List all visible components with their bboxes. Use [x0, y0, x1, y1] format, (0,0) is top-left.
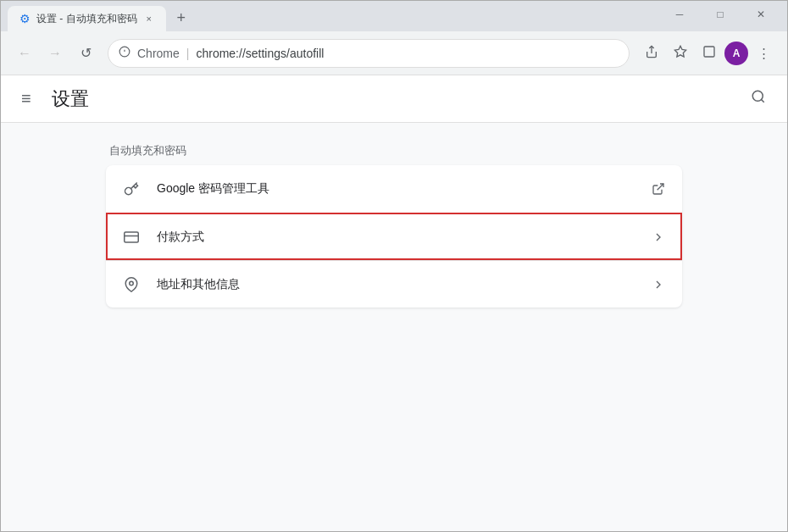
credit-card-icon [123, 229, 140, 246]
address-chevron-icon [652, 278, 665, 291]
settings-card: Google 密码管理工具 [106, 165, 682, 308]
profile-button[interactable]: A [724, 42, 748, 65]
address-actions: A ⋮ [638, 40, 777, 67]
menu-icon[interactable]: ≡ [14, 82, 38, 115]
settings-container: 自动填充和密码 Google 密码管理工具 [106, 143, 682, 511]
share-icon [645, 45, 658, 61]
bookmark-icon [674, 45, 687, 61]
passwords-label: Google 密码管理工具 [157, 181, 635, 197]
url-separator: | [186, 47, 190, 60]
new-tab-button[interactable]: + [169, 6, 193, 30]
svg-line-8 [658, 184, 663, 190]
tab-title: 设置 - 自动填充和密码 [36, 12, 137, 26]
svg-marker-4 [674, 46, 685, 57]
key-icon [123, 180, 140, 197]
more-icon: ⋮ [757, 46, 770, 61]
svg-rect-5 [704, 47, 714, 57]
forward-icon: → [48, 46, 62, 61]
svg-point-11 [130, 281, 134, 285]
address-bar: ← → ↺ Chrome | chrome://settings/autofil… [1, 31, 787, 75]
url-path: chrome://settings/autofill [196, 47, 324, 60]
svg-line-7 [761, 99, 763, 102]
external-link-icon [652, 182, 665, 196]
url-bar[interactable]: Chrome | chrome://settings/autofill [108, 39, 630, 68]
tab-favicon: ⚙ [18, 12, 31, 25]
extensions-icon [702, 45, 716, 61]
bookmark-button[interactable] [667, 40, 694, 67]
browser-window: ⚙ 设置 - 自动填充和密码 × + ─ □ ✕ ← → ↺ [0, 0, 788, 532]
window-controls: ─ □ ✕ [660, 3, 780, 26]
maximize-button[interactable]: □ [701, 3, 740, 26]
payment-item[interactable]: 付款方式 [106, 213, 682, 260]
page-title: 设置 [52, 86, 730, 112]
extensions-button[interactable] [696, 40, 723, 67]
payment-chevron-icon [652, 230, 665, 244]
more-button[interactable]: ⋮ [750, 40, 777, 67]
location-icon [123, 276, 140, 293]
minimize-icon: ─ [676, 8, 684, 20]
address-label: 地址和其他信息 [157, 277, 635, 292]
forward-button[interactable]: → [42, 40, 69, 67]
secure-icon [119, 46, 130, 60]
passwords-item[interactable]: Google 密码管理工具 [106, 165, 682, 213]
profile-letter: A [733, 47, 741, 59]
tab-close-button[interactable]: × [142, 12, 156, 25]
maximize-icon: □ [717, 8, 723, 20]
back-icon: ← [18, 46, 31, 61]
minimize-button[interactable]: ─ [660, 3, 699, 26]
back-button[interactable]: ← [11, 40, 38, 67]
payment-label: 付款方式 [157, 230, 635, 245]
reload-icon: ↺ [80, 45, 92, 61]
site-name: Chrome [137, 47, 180, 60]
title-bar: ⚙ 设置 - 自动填充和密码 × + ─ □ ✕ [1, 1, 787, 31]
close-icon: ✕ [757, 8, 765, 20]
svg-rect-9 [125, 232, 139, 242]
address-item[interactable]: 地址和其他信息 [106, 260, 682, 308]
search-icon [751, 89, 766, 108]
section-title: 自动填充和密码 [106, 143, 682, 158]
search-button[interactable] [743, 84, 774, 114]
close-button[interactable]: ✕ [741, 3, 780, 26]
page-content: ≡ 设置 自动填充和密码 [1, 75, 787, 531]
tab-area: ⚙ 设置 - 自动填充和密码 × + [8, 1, 660, 31]
svg-point-6 [752, 91, 763, 101]
reload-button[interactable]: ↺ [72, 40, 99, 67]
active-tab[interactable]: ⚙ 设置 - 自动填充和密码 × [8, 6, 166, 31]
settings-body: 自动填充和密码 Google 密码管理工具 [1, 123, 787, 531]
share-button[interactable] [638, 40, 665, 67]
settings-header: ≡ 设置 [1, 75, 787, 123]
